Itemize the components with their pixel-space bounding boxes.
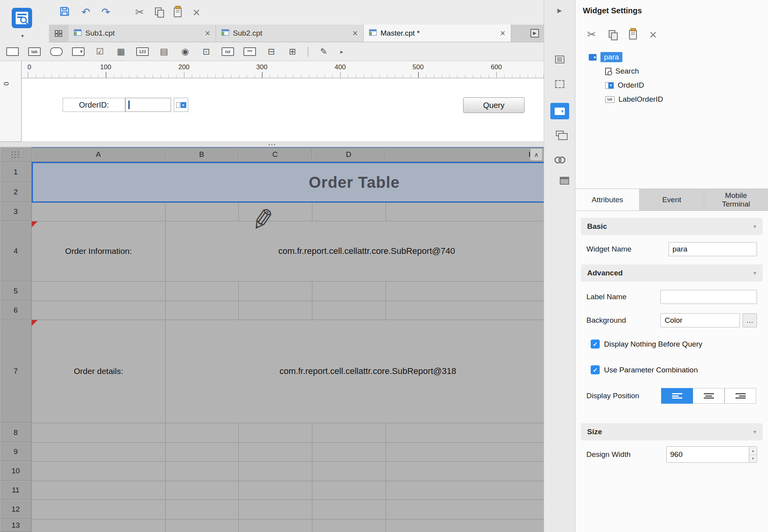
tab-close-icon[interactable]: × <box>500 28 505 39</box>
align-left-button[interactable] <box>661 388 693 404</box>
checkbox-checked-icon[interactable]: ✓ <box>591 340 600 349</box>
copy-icon[interactable] <box>155 7 163 17</box>
tab-sub2cpt[interactable]: Sub2.cpt × <box>216 25 364 42</box>
background-more-button[interactable]: … <box>743 313 757 327</box>
text-widget-icon[interactable]: txt <box>222 47 234 56</box>
cut-icon[interactable]: ✂ <box>587 29 596 40</box>
widget-name-input[interactable] <box>669 242 757 256</box>
checkbox-group-widget-icon[interactable]: ⊡ <box>200 46 212 58</box>
combocheck-widget-icon[interactable]: ⊟ <box>265 46 277 58</box>
design-width-input[interactable] <box>666 446 749 463</box>
row-header[interactable]: 8 <box>0 423 32 442</box>
cut-icon[interactable]: ✂ <box>135 7 144 18</box>
tree-item-label: LabelOrderID <box>618 95 663 104</box>
tab-attributes[interactable]: Attributes <box>575 189 640 210</box>
password-widget-icon[interactable]: *** <box>243 47 256 56</box>
column-header[interactable]: D <box>312 147 386 162</box>
align-center-button[interactable] <box>693 388 725 404</box>
row-header[interactable]: 1 <box>0 162 32 182</box>
number-widget-icon[interactable]: 123 <box>136 47 149 56</box>
tree-item-orderid[interactable]: ▾ OrderID <box>575 78 768 92</box>
tree-item-search[interactable]: Search <box>575 64 768 78</box>
query-button[interactable]: Query <box>463 97 525 113</box>
delete-icon[interactable]: × <box>193 6 200 19</box>
tree-widget-icon[interactable]: ⊞ <box>287 46 298 58</box>
tree-item-para[interactable]: ▾ para <box>575 50 768 64</box>
tab-overflow-icon[interactable]: ▸ <box>526 25 544 42</box>
cell-attributes-icon[interactable] <box>556 131 564 136</box>
button-widget-icon[interactable] <box>50 47 63 56</box>
frame-select-icon[interactable] <box>555 80 564 88</box>
spin-down-icon[interactable]: ▾ <box>749 455 757 463</box>
tab-mastercpt[interactable]: Master.cpt * × <box>364 25 511 42</box>
row-header[interactable]: 4 <box>0 221 32 281</box>
textarea-widget-icon[interactable]: ▤ <box>158 46 170 58</box>
column-header[interactable]: E <box>386 147 544 162</box>
subreport-cell[interactable]: com.fr.report.cell.cellattr.core.SubRepo… <box>278 221 455 281</box>
tab-sub1cpt[interactable]: Sub1.cpt × <box>69 25 216 42</box>
row-header[interactable]: 11 <box>0 481 32 500</box>
grid-body[interactable]: Order Table Order Information: com.fr.re… <box>32 162 544 532</box>
row-header[interactable]: 12 <box>0 500 32 519</box>
size-section-header[interactable]: Size ▾ <box>581 423 763 440</box>
column-header[interactable]: C <box>238 147 312 162</box>
row-header[interactable]: 9 <box>0 442 32 461</box>
widget-settings-icon[interactable]: ▾ <box>550 103 569 119</box>
order-information-cell[interactable]: Order Information: <box>32 221 165 281</box>
use-parameter-checkbox-row[interactable]: ✓ Use Parameter Combination <box>591 365 698 374</box>
combobox-widget-icon[interactable]: ▾ <box>72 47 85 56</box>
tab-close-icon[interactable]: × <box>205 28 210 39</box>
advanced-section-header[interactable]: Advanced ▾ <box>581 264 763 282</box>
textfield-widget-icon[interactable] <box>6 47 19 56</box>
pane-splitter[interactable]: ⋯ <box>0 142 544 147</box>
redo-icon[interactable]: ↷ <box>101 7 110 18</box>
subreport-cell[interactable]: com.fr.report.cell.cellattr.core.SubRepo… <box>279 320 456 423</box>
tree-item-labelorderid[interactable]: lab LabelOrderID <box>575 92 768 106</box>
radio-group-widget-icon[interactable]: ◉ <box>179 46 191 58</box>
order-details-cell[interactable]: Order details: <box>32 320 165 423</box>
basic-section-header[interactable]: Basic ▾ <box>581 218 763 235</box>
row-header[interactable]: 7 <box>0 320 32 423</box>
label-name-input[interactable] <box>660 290 757 304</box>
scroll-up-icon[interactable]: ∧ <box>530 148 543 161</box>
app-menu-button[interactable] <box>12 8 32 30</box>
undo-icon[interactable]: ↶ <box>81 7 90 18</box>
date-widget-icon[interactable]: ▦ <box>115 46 127 58</box>
spin-up-icon[interactable]: ▴ <box>749 447 757 455</box>
paste-icon[interactable] <box>629 30 637 40</box>
row-header[interactable]: 2 <box>0 182 32 202</box>
orderid-text-input[interactable] <box>125 98 171 112</box>
checkbox-widget-icon[interactable]: ☑ <box>94 46 106 58</box>
row-header[interactable]: 6 <box>0 301 32 320</box>
delete-icon[interactable]: × <box>649 28 657 41</box>
display-nothing-checkbox-row[interactable]: ✓ Display Nothing Before Query <box>591 340 702 349</box>
order-table-title-cell[interactable]: Order Table <box>32 162 544 203</box>
row-header[interactable]: 13 <box>0 519 32 532</box>
hyperlink-icon[interactable] <box>554 156 565 163</box>
column-header[interactable]: B <box>165 147 238 162</box>
tab-mobile-terminal[interactable]: Mobile Terminal <box>704 189 768 210</box>
select-all-corner[interactable] <box>0 147 32 162</box>
orderid-label-widget[interactable]: OrderID: <box>63 98 125 112</box>
checkbox-checked-icon[interactable]: ✓ <box>591 365 600 374</box>
orderid-combobox-widget[interactable]: ▾ <box>174 98 188 112</box>
collapse-panel-icon[interactable]: ▶ <box>557 7 562 14</box>
template-info-icon[interactable] <box>555 56 564 63</box>
copy-icon[interactable] <box>609 30 617 40</box>
row-header[interactable]: 10 <box>0 461 32 481</box>
more-widgets-icon[interactable]: ▸ <box>339 46 344 58</box>
tab-list-icon[interactable] <box>49 25 69 42</box>
column-header[interactable]: A <box>32 147 165 162</box>
tab-close-icon[interactable]: × <box>353 28 358 39</box>
row-header[interactable]: 5 <box>0 281 32 301</box>
form-design-canvas[interactable]: OrderID: ▾ Query <box>22 78 544 142</box>
app-menu-caret-icon[interactable]: ▼ <box>20 34 25 38</box>
paste-icon[interactable] <box>174 7 182 17</box>
background-select[interactable]: Color <box>660 313 740 327</box>
row-header[interactable]: 3 <box>0 202 32 221</box>
align-right-button[interactable] <box>725 388 756 404</box>
label-widget-icon[interactable]: lab <box>28 47 41 56</box>
report-edit-icon[interactable]: ✎ <box>318 46 330 58</box>
save-icon[interactable] <box>59 5 70 19</box>
tab-event[interactable]: Event <box>640 189 704 210</box>
